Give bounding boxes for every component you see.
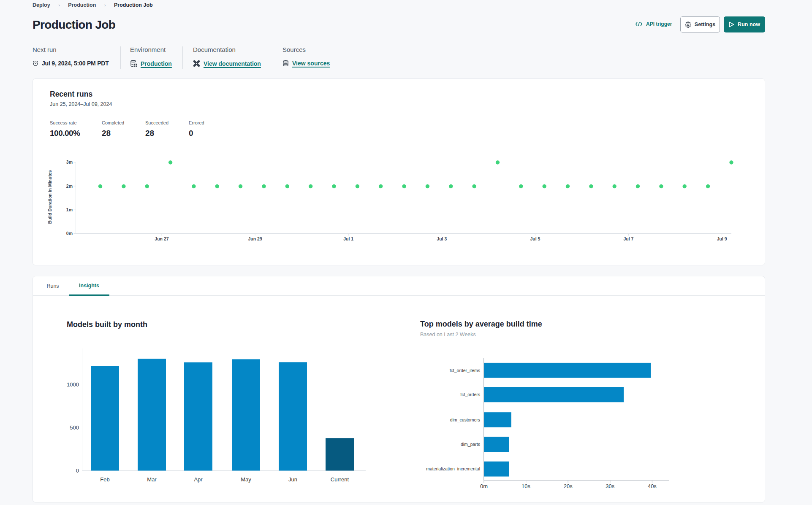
svg-text:Jul 5: Jul 5 (530, 236, 540, 241)
svg-text:Jul 3: Jul 3 (437, 236, 447, 241)
svg-text:Jul 7: Jul 7 (624, 236, 634, 241)
svg-text:40s: 40s (648, 483, 657, 489)
svg-text:dim_parts: dim_parts (461, 442, 480, 447)
svg-text:Apr: Apr (194, 476, 203, 483)
svg-text:Mar: Mar (147, 476, 157, 483)
svg-text:materialization_incremental: materialization_incremental (426, 466, 480, 471)
svg-text:1m: 1m (66, 207, 73, 212)
svg-text:2m: 2m (66, 184, 73, 189)
svg-text:fct_orders: fct_orders (460, 392, 480, 397)
svg-text:500: 500 (70, 424, 79, 431)
svg-text:dim_customers: dim_customers (450, 417, 480, 422)
svg-text:3m: 3m (66, 159, 73, 165)
svg-text:0: 0 (76, 467, 79, 474)
svg-text:Build Duration in Minutes: Build Duration in Minutes (47, 170, 52, 224)
svg-text:May: May (241, 476, 251, 483)
svg-text:fct_order_items: fct_order_items (450, 368, 480, 373)
svg-text:1000: 1000 (67, 381, 79, 388)
svg-text:Jun 29: Jun 29 (248, 236, 262, 241)
svg-text:Current: Current (331, 476, 349, 483)
svg-text:Jun: Jun (288, 476, 297, 483)
svg-text:10s: 10s (521, 483, 530, 489)
svg-text:0m: 0m (480, 483, 488, 489)
svg-text:Jul 1: Jul 1 (343, 236, 353, 241)
svg-text:30s: 30s (606, 483, 614, 489)
svg-text:Jul 9: Jul 9 (717, 236, 727, 241)
svg-text:Jun 27: Jun 27 (155, 236, 168, 241)
svg-text:0m: 0m (66, 231, 73, 236)
svg-text:Feb: Feb (100, 476, 109, 483)
svg-text:20s: 20s (564, 483, 573, 489)
